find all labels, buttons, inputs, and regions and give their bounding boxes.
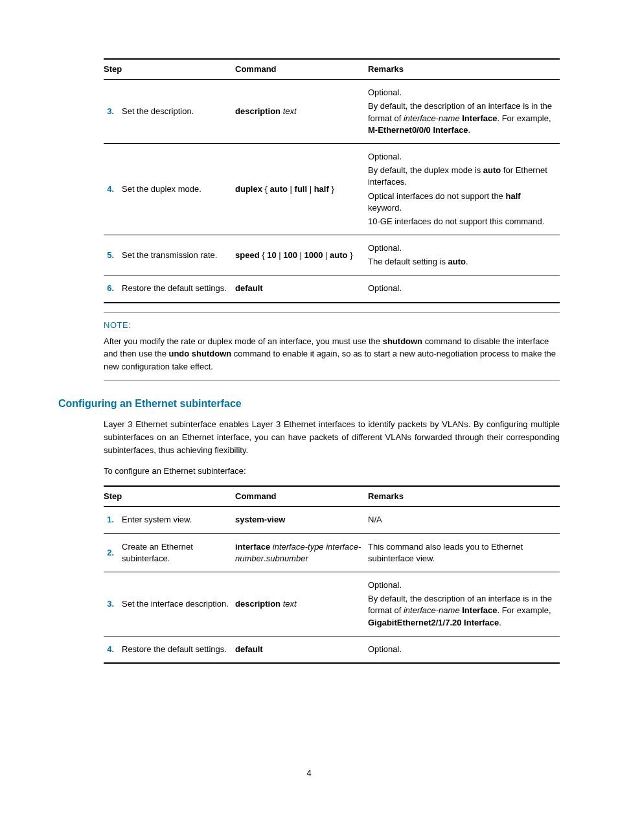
col-remarks: Remarks [368,59,560,80]
section-heading: Configuring an Ethernet subinterface [58,397,560,411]
command-cell: default [235,636,368,663]
remarks-cell: Optional. By default, the description of… [368,572,560,636]
step-number: 3. [104,80,122,144]
note-body: After you modify the rate or duplex mode… [104,335,560,373]
table-row: 6. Restore the default settings. default… [104,275,560,303]
table-row: 4. Restore the default settings. default… [104,636,560,663]
remarks-cell: Optional. By default, the duplex mode is… [368,143,560,235]
step-desc: Set the interface description. [122,572,235,636]
command-cell: default [235,275,368,303]
command-cell: duplex { auto | full | half } [235,143,368,235]
step-desc: Create an Ethernet subinterface. [122,533,235,572]
step-number: 3. [104,572,122,636]
step-number: 4. [104,143,122,235]
step-number: 1. [104,507,122,533]
step-number: 4. [104,636,122,663]
config-table-2: Step Command Remarks 1. Enter system vie… [104,485,560,664]
step-desc: Set the duplex mode. [122,143,235,235]
command-cell: speed { 10 | 100 | 1000 | auto } [235,235,368,275]
command-cell: interface interface-type interface-numbe… [235,533,368,572]
remarks-cell: N/A [368,507,560,533]
remarks-cell: This command also leads you to Ethernet … [368,533,560,572]
remarks-cell: Optional. [368,275,560,303]
note-box: NOTE: After you modify the rate or duple… [104,312,560,382]
table-row: 3. Set the interface description. descri… [104,572,560,636]
step-desc: Set the description. [122,80,235,144]
col-command: Command [235,59,368,80]
paragraph: Layer 3 Ethernet subinterface enables La… [104,418,560,457]
step-number: 5. [104,235,122,275]
col-step: Step [104,486,235,507]
command-cell: description text [235,80,368,144]
table-row: 5. Set the transmission rate. speed { 10… [104,235,560,275]
table-row: 1. Enter system view. system-view N/A [104,507,560,533]
step-desc: Enter system view. [122,507,235,533]
table-row: 2. Create an Ethernet subinterface. inte… [104,533,560,572]
remarks-cell: Optional. By default, the description of… [368,80,560,144]
note-title: NOTE: [104,320,560,331]
step-number: 2. [104,533,122,572]
command-cell: description text [235,572,368,636]
step-desc: Restore the default settings. [122,636,235,663]
col-command: Command [235,486,368,507]
col-step: Step [104,59,235,80]
remarks-cell: Optional. [368,636,560,663]
paragraph: To configure an Ethernet subinterface: [104,465,560,478]
command-cell: system-view [235,507,368,533]
table-row: 4. Set the duplex mode. duplex { auto | … [104,143,560,235]
config-table-1: Step Command Remarks 3. Set the descript… [104,58,560,303]
step-desc: Restore the default settings. [122,275,235,303]
remarks-cell: Optional. The default setting is auto. [368,235,560,275]
step-number: 6. [104,275,122,303]
page-number: 4 [58,767,560,779]
col-remarks: Remarks [368,486,560,507]
step-desc: Set the transmission rate. [122,235,235,275]
table-row: 3. Set the description. description text… [104,80,560,144]
